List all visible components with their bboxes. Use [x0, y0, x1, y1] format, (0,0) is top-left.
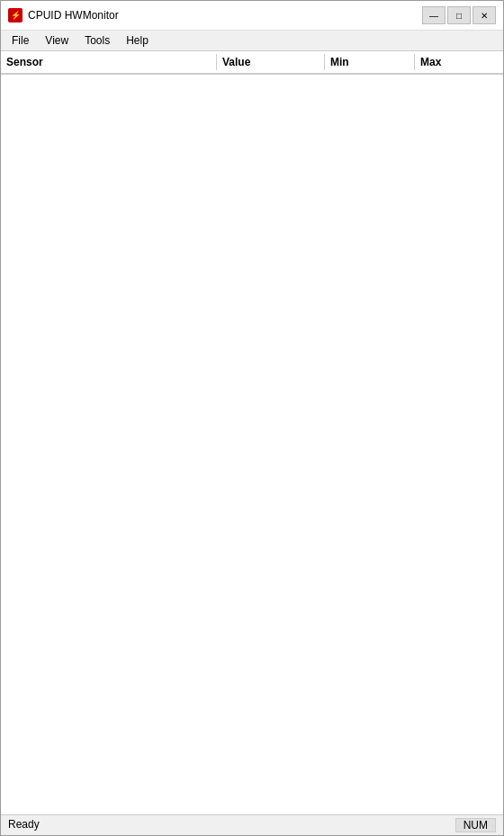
col-max[interactable]: Max — [415, 54, 504, 70]
col-min[interactable]: Min — [325, 54, 415, 70]
title-bar: ⚡ CPUID HWMonitor — □ ✕ — [1, 1, 503, 31]
window-title: CPUID HWMonitor — [28, 9, 119, 22]
app-icon: ⚡ — [8, 8, 22, 22]
table-header: Sensor Value Min Max — [1, 51, 503, 75]
title-bar-left: ⚡ CPUID HWMonitor — [8, 8, 119, 22]
title-controls: — □ ✕ — [422, 6, 496, 24]
maximize-button[interactable]: □ — [447, 6, 471, 24]
minimize-button[interactable]: — — [422, 6, 446, 24]
status-bar: Ready NUM — [1, 814, 503, 835]
col-sensor[interactable]: Sensor — [1, 54, 217, 70]
main-window: ⚡ CPUID HWMonitor — □ ✕ File View Tools … — [0, 0, 504, 836]
menu-file[interactable]: File — [4, 32, 36, 49]
menu-help[interactable]: Help — [119, 32, 156, 49]
status-right: NUM — [455, 818, 496, 832]
menu-tools[interactable]: Tools — [77, 32, 117, 49]
menu-bar: File View Tools Help — [1, 31, 503, 51]
status-text: Ready — [8, 818, 40, 832]
close-button[interactable]: ✕ — [472, 6, 496, 24]
menu-view[interactable]: View — [38, 32, 76, 49]
col-value[interactable]: Value — [217, 54, 325, 70]
tree-content[interactable] — [1, 75, 503, 814]
num-badge: NUM — [455, 818, 496, 832]
